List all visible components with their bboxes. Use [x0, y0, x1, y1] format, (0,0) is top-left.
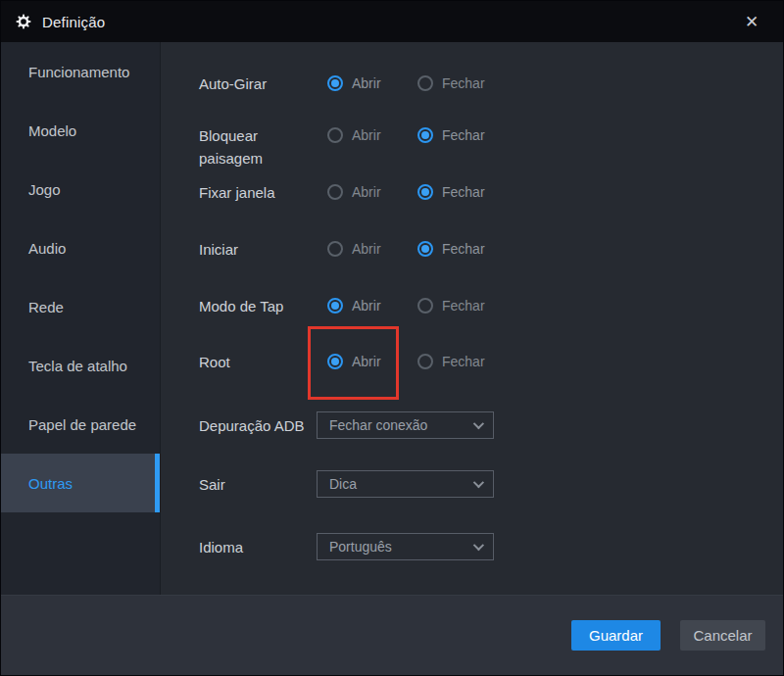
setting-label: Auto-Girar [199, 72, 324, 95]
chevron-down-icon [473, 540, 484, 551]
radio-group: Abrir Fechar [327, 288, 508, 323]
radio-option-label: Abrir [352, 127, 381, 143]
dropdown-value: Fechar conexão [329, 417, 473, 433]
exit-dropdown[interactable]: Dica [317, 470, 494, 498]
radio-selected-icon[interactable] [417, 184, 433, 200]
radio-selected-icon[interactable] [417, 127, 433, 143]
radio-option-abrir[interactable]: Abrir [327, 241, 417, 257]
adb-debug-dropdown[interactable]: Fechar conexão [317, 411, 494, 439]
sidebar-item-label: Tecla de atalho [28, 358, 127, 374]
setting-label: Depuração ADB [199, 414, 324, 437]
dialog-title: Definição [42, 14, 105, 30]
chevron-down-icon [473, 418, 484, 429]
setting-label: Fixar janela [199, 181, 324, 204]
radio-option-fechar[interactable]: Fechar [417, 354, 508, 369]
radio-selected-icon[interactable] [417, 241, 433, 257]
radio-option-label: Fechar [442, 298, 485, 314]
radio-option-abrir[interactable]: Abrir [327, 75, 417, 91]
radio-option-label: Abrir [352, 298, 381, 314]
sidebar-item-label: Papel de parede [28, 416, 136, 433]
radio-group: Abrir Fechar [327, 344, 508, 379]
setting-label: Root [199, 351, 324, 373]
setting-label: Sair [199, 473, 324, 496]
radio-unselected-icon[interactable] [327, 184, 343, 200]
sidebar-item-label: Audio [28, 240, 66, 257]
sidebar-item-label: Outras [28, 475, 73, 492]
sidebar-item-label: Rede [28, 299, 64, 315]
radio-option-fechar[interactable]: Fechar [417, 241, 508, 257]
sidebar-item-label: Jogo [28, 181, 61, 198]
sidebar-item-outras[interactable]: Outras [1, 454, 160, 512]
radio-option-fechar[interactable]: Fechar [417, 184, 508, 200]
chevron-down-icon [473, 477, 484, 488]
sidebar-item-audio[interactable]: Audio [1, 218, 160, 277]
radio-option-abrir[interactable]: Abrir [327, 298, 417, 314]
radio-unselected-icon[interactable] [417, 298, 433, 314]
sidebar-item-papel-de-parede[interactable]: Papel de parede [1, 395, 160, 454]
radio-option-label: Abrir [352, 75, 381, 91]
radio-group: Abrir Fechar [327, 118, 508, 153]
cancel-button[interactable]: Cancelar [680, 620, 765, 651]
radio-selected-icon[interactable] [327, 75, 343, 91]
radio-unselected-icon[interactable] [417, 75, 433, 91]
radio-option-label: Fechar [442, 184, 485, 200]
radio-option-label: Fechar [442, 354, 485, 369]
dropdown-value: Dica [329, 476, 473, 492]
language-dropdown[interactable]: Português [317, 533, 494, 560]
radio-group: Abrir Fechar [327, 174, 508, 210]
setting-row-sair: Sair Dica [199, 466, 773, 502]
setting-row-auto-girar: Auto-Girar Abrir Fechar [199, 66, 773, 101]
radio-option-label: Fechar [442, 127, 485, 143]
radio-option-abrir[interactable]: Abrir [327, 127, 417, 143]
sidebar-item-funcionamento[interactable]: Funcionamento [1, 42, 160, 101]
radio-option-fechar[interactable]: Fechar [417, 127, 508, 143]
title-bar: Definição ✕ [1, 1, 783, 42]
setting-row-idioma: Idioma Português [199, 529, 773, 564]
setting-row-bloquear-paisagem: Bloquear paisagem Abrir Fechar [199, 118, 773, 153]
radio-selected-icon[interactable] [327, 298, 343, 314]
setting-row-fixar-janela: Fixar janela Abrir Fechar [199, 174, 773, 210]
setting-row-iniciar: Iniciar Abrir Fechar [199, 231, 773, 266]
radio-option-abrir[interactable]: Abrir [327, 354, 417, 369]
radio-unselected-icon[interactable] [327, 241, 343, 257]
gear-icon [15, 13, 32, 30]
save-button[interactable]: Guardar [571, 620, 661, 651]
settings-content: Auto-Girar Abrir Fechar Bloquear paisage… [161, 42, 783, 595]
sidebar-item-label: Funcionamento [28, 64, 129, 80]
sidebar-item-jogo[interactable]: Jogo [1, 160, 160, 218]
setting-label: Idioma [199, 536, 324, 558]
radio-group: Abrir Fechar [327, 66, 508, 101]
close-icon[interactable]: ✕ [734, 1, 769, 42]
sidebar-item-rede[interactable]: Rede [1, 277, 160, 336]
setting-label: Bloquear paisagem [199, 124, 297, 169]
radio-option-fechar[interactable]: Fechar [417, 298, 508, 314]
settings-dialog: Definição ✕ Funcionamento Modelo Jogo Au… [0, 0, 784, 676]
radio-selected-icon[interactable] [327, 354, 343, 369]
setting-row-root: Root Abrir Fechar [199, 344, 773, 379]
setting-row-modo-de-tap: Modo de Tap Abrir Fechar [199, 288, 773, 323]
sidebar-item-modelo[interactable]: Modelo [1, 101, 160, 160]
radio-group: Abrir Fechar [327, 231, 508, 266]
setting-label: Modo de Tap [199, 295, 324, 317]
dialog-footer: Guardar Cancelar [1, 595, 783, 675]
radio-option-fechar[interactable]: Fechar [417, 75, 508, 91]
radio-option-label: Fechar [442, 75, 485, 91]
radio-option-label: Abrir [352, 241, 381, 257]
setting-label: Iniciar [199, 238, 324, 261]
radio-option-label: Fechar [442, 241, 485, 257]
sidebar-item-label: Modelo [28, 122, 76, 139]
dropdown-value: Português [329, 539, 473, 555]
sidebar-item-tecla-de-atalho[interactable]: Tecla de atalho [1, 336, 160, 395]
setting-row-depuracao-adb: Depuração ADB Fechar conexão [199, 408, 773, 443]
radio-option-label: Abrir [352, 184, 381, 200]
radio-option-label: Abrir [352, 354, 381, 369]
settings-sidebar: Funcionamento Modelo Jogo Audio Rede Tec… [1, 42, 161, 595]
radio-unselected-icon[interactable] [327, 127, 343, 143]
radio-unselected-icon[interactable] [417, 354, 433, 369]
radio-option-abrir[interactable]: Abrir [327, 184, 417, 200]
